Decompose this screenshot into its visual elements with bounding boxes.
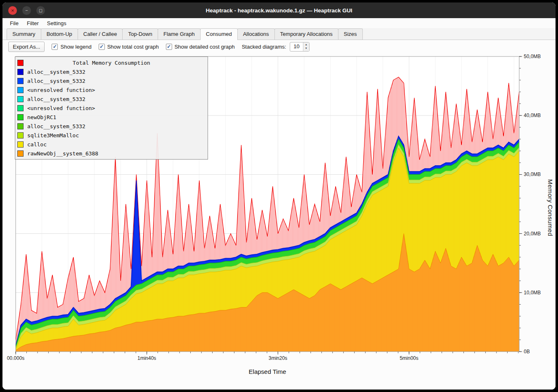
legend-entry-label: alloc__system_5332: [27, 78, 85, 84]
tab-flame-graph[interactable]: Flame Graph: [158, 28, 201, 40]
checkbox-check-icon: ✓: [52, 44, 58, 50]
close-button[interactable]: ×: [8, 6, 17, 15]
tab-bar: SummaryBottom-UpCaller / CalleeTop-DownF…: [2, 28, 556, 40]
y-tick-label: 50,0MB: [524, 54, 541, 59]
checkbox-group: ✓Show legend✓Show total cost graph✓Show …: [52, 44, 234, 50]
menu-settings[interactable]: Settings: [43, 19, 71, 28]
consumed-chart: 00.000s1min40s3min20s5min00s0B10,0MB20,0…: [2, 53, 556, 390]
y-axis-title: Memory Consumed: [547, 179, 554, 236]
legend-entry: alloc__system_5332: [17, 67, 206, 76]
checkbox-label: Show total cost graph: [107, 44, 159, 50]
checkbox-label: Show detailed cost graph: [175, 44, 235, 50]
x-tick-label: 00.000s: [7, 355, 25, 361]
spin-down-icon[interactable]: ▼: [303, 47, 309, 50]
menu-filter[interactable]: Filter: [23, 19, 43, 28]
y-tick-label: 40,0MB: [524, 113, 541, 118]
legend-title-row: Total Memory Consumption: [17, 58, 206, 67]
checkbox-check-icon: ✓: [166, 44, 172, 50]
legend-swatch: [17, 132, 24, 138]
legend-swatch: [17, 60, 24, 66]
export-as-button[interactable]: Export As...: [8, 42, 45, 52]
minimize-button[interactable]: −: [22, 6, 31, 15]
tab-bottom-up[interactable]: Bottom-Up: [41, 28, 78, 40]
checkbox-show-legend[interactable]: ✓Show legend: [52, 44, 91, 50]
close-icon: ×: [11, 8, 14, 13]
legend-swatch: [17, 96, 24, 102]
legend-entry-label: <unresolved function>: [27, 87, 95, 93]
tab-top-down[interactable]: Top-Down: [122, 28, 158, 40]
toolbar: Export As... ✓Show legend✓Show total cos…: [2, 40, 556, 53]
app-window: × − ◻ Heaptrack - heaptrack.wakunode.1.g…: [2, 2, 556, 390]
checkbox-check-icon: ✓: [99, 44, 105, 50]
legend-entry-label: rawNewObj__system_6388: [27, 150, 98, 157]
stacked-diagrams-value: 10: [290, 42, 303, 51]
tab-temporary-allocations[interactable]: Temporary Allocations: [274, 28, 338, 40]
checkbox-show-total-cost-graph[interactable]: ✓Show total cost graph: [99, 44, 159, 50]
window-title: Heaptrack - heaptrack.wakunode.1.gz — He…: [2, 7, 556, 14]
legend-entry: newObjRC1: [17, 113, 206, 122]
window-controls: × − ◻: [8, 6, 45, 15]
legend-entry-label: newObjRC1: [27, 114, 56, 120]
y-tick-label: 30,0MB: [524, 171, 541, 177]
maximize-icon: ◻: [39, 8, 43, 13]
legend-entry: sqlite3MemMalloc: [17, 131, 206, 140]
spin-up-icon[interactable]: ▲: [303, 43, 309, 47]
legend-swatch: [17, 114, 24, 120]
legend-swatch: [17, 78, 24, 84]
checkbox-show-detailed-cost-graph[interactable]: ✓Show detailed cost graph: [166, 44, 235, 50]
tab-allocations[interactable]: Allocations: [237, 28, 275, 40]
stacked-diagrams-spinbox[interactable]: 10 ▲ ▼: [290, 42, 309, 52]
legend-entry-label: alloc__system_5332: [27, 96, 85, 102]
y-tick-label: 10,0MB: [524, 290, 541, 296]
legend-entry: rawNewObj__system_6388: [17, 149, 206, 158]
legend-entry: alloc__system_5332: [17, 122, 206, 131]
legend-swatch: [17, 105, 24, 111]
legend-entry: <unresolved function>: [17, 103, 206, 113]
legend-entry-label: <unresolved function>: [27, 105, 95, 111]
x-tick-label: 5min00s: [400, 355, 418, 361]
legend-entry: alloc__system_5332: [17, 94, 206, 103]
tab-consumed[interactable]: Consumed: [200, 28, 238, 40]
menubar: FileFilterSettings: [2, 18, 556, 28]
y-tick-label: 0B: [524, 349, 530, 354]
menu-file[interactable]: File: [6, 19, 23, 28]
legend-swatch: [17, 150, 24, 157]
x-tick-label: 1min40s: [137, 355, 156, 361]
legend-entry-label: sqlite3MemMalloc: [27, 132, 79, 138]
chart-legend: Total Memory Consumptionalloc__system_53…: [15, 56, 208, 160]
x-tick-label: 3min20s: [269, 355, 287, 361]
legend-swatch: [17, 141, 24, 148]
y-tick-label: 20,0MB: [524, 231, 541, 237]
tab-sizes[interactable]: Sizes: [338, 28, 363, 40]
tab-caller-callee[interactable]: Caller / Callee: [78, 28, 123, 40]
minimize-icon: −: [25, 8, 28, 13]
tab-summary[interactable]: Summary: [7, 28, 41, 40]
x-axis-title: Elapsed Time: [16, 368, 519, 375]
legend-swatch: [17, 87, 24, 93]
spinner-arrows: ▲ ▼: [303, 42, 309, 51]
checkbox-label: Show legend: [60, 44, 91, 50]
legend-entry-label: alloc__system_5332: [27, 123, 85, 129]
stacked-diagrams-label: Stacked diagrams:: [242, 44, 286, 50]
maximize-button[interactable]: ◻: [36, 6, 45, 15]
legend-entry: <unresolved function>: [17, 85, 206, 94]
legend-entry: alloc__system_5332: [17, 76, 206, 85]
titlebar[interactable]: × − ◻ Heaptrack - heaptrack.wakunode.1.g…: [2, 2, 556, 18]
legend-title: Total Memory Consumption: [27, 60, 196, 66]
legend-swatch: [17, 123, 24, 129]
legend-entry: calloc: [17, 140, 206, 149]
legend-entry-label: alloc__system_5332: [27, 69, 85, 75]
legend-entry-label: calloc: [27, 141, 47, 148]
legend-swatch: [17, 69, 24, 75]
